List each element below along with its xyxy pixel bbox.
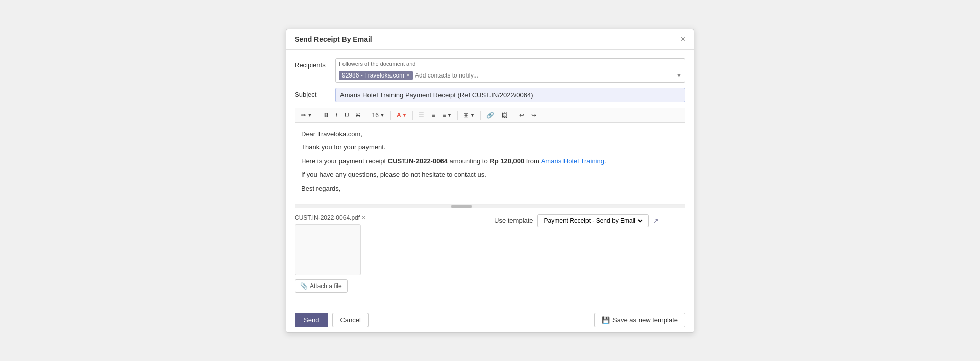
- recipients-control: Followers of the document and 92986 - Tr…: [335, 58, 685, 83]
- toolbar-fontsize-btn[interactable]: 16 ▼: [369, 110, 388, 120]
- toolbar-divider-7: [513, 111, 513, 120]
- paperclip-icon: 📎: [300, 282, 308, 290]
- email-editor: ✏ ▼ B I U S 16 ▼ A ▼ ☰ ≡ ≡ ▼ ⊞ ▼ 🔗 🖼: [295, 108, 685, 208]
- template-external-button[interactable]: ↗: [653, 217, 659, 225]
- recipient-tag-label: 92986 - Traveloka.com: [342, 72, 404, 79]
- save-icon: 💾: [602, 316, 610, 324]
- use-template-row: Use template Payment Receipt - Send by E…: [494, 214, 685, 227]
- toolbar-list-unordered-btn[interactable]: ☰: [415, 110, 427, 120]
- recipient-tag: 92986 - Traveloka.com ×: [339, 71, 413, 80]
- dialog-title: Send Receipt By Email: [295, 35, 372, 43]
- editor-content[interactable]: Dear Traveloka.com, Thank you for your p…: [295, 123, 685, 204]
- close-button[interactable]: ×: [681, 35, 685, 43]
- attachment-filename: CUST.IN-2022-0064.pdf: [295, 214, 360, 221]
- email-line-5: Best regards,: [301, 184, 679, 194]
- dialog-body: Recipients Followers of the document and…: [286, 50, 694, 307]
- dialog-footer: Send Cancel 💾 Save as new template: [286, 307, 694, 332]
- attach-file-button[interactable]: 📎 Attach a file: [295, 279, 348, 293]
- footer-left: Send Cancel: [295, 313, 369, 327]
- cancel-button[interactable]: Cancel: [332, 313, 368, 327]
- toolbar-link-btn[interactable]: 🔗: [483, 110, 497, 120]
- recipients-container[interactable]: Followers of the document and 92986 - Tr…: [335, 58, 685, 83]
- email-line-4: If you have any questions, please do not…: [301, 170, 679, 181]
- attachment-preview: [295, 224, 361, 275]
- attachments-section: CUST.IN-2022-0064.pdf × 📎 Attach a file: [295, 214, 486, 293]
- editor-toolbar: ✏ ▼ B I U S 16 ▼ A ▼ ☰ ≡ ≡ ▼ ⊞ ▼ 🔗 🖼: [295, 108, 685, 123]
- email-line-1: Dear Traveloka.com,: [301, 129, 679, 140]
- toolbar-redo-btn[interactable]: ↪: [528, 110, 540, 120]
- recipients-label: Recipients: [295, 58, 335, 69]
- recipients-row: Recipients Followers of the document and…: [295, 58, 685, 83]
- subject-label: Subject: [295, 88, 335, 98]
- send-email-dialog: Send Receipt By Email × Recipients Follo…: [286, 29, 694, 333]
- subject-row: Subject: [295, 88, 685, 102]
- toolbar-strike-btn[interactable]: S: [353, 110, 363, 120]
- toolbar-list-ordered-btn[interactable]: ≡: [428, 110, 438, 120]
- toolbar-divider-5: [457, 111, 458, 120]
- subject-control: [335, 88, 685, 102]
- recipients-helper: Followers of the document and: [339, 61, 682, 67]
- toolbar-divider-4: [412, 111, 413, 120]
- template-select-container[interactable]: Payment Receipt - Send by Email: [537, 214, 649, 227]
- subject-input[interactable]: [335, 88, 685, 102]
- use-template-label: Use template: [494, 217, 533, 224]
- editor-scrollbar[interactable]: [295, 204, 685, 208]
- external-link-icon: ↗: [653, 217, 659, 225]
- toolbar-align-btn[interactable]: ≡ ▼: [439, 110, 455, 120]
- toolbar-divider-2: [366, 111, 366, 120]
- toolbar-italic-btn[interactable]: I: [333, 110, 340, 120]
- save-template-button[interactable]: 💾 Save as new template: [594, 313, 685, 327]
- toolbar-fontcolor-btn[interactable]: A ▼: [394, 110, 410, 120]
- send-button[interactable]: Send: [295, 313, 328, 327]
- toolbar-table-btn[interactable]: ⊞ ▼: [460, 110, 478, 120]
- attachment-remove-btn[interactable]: ×: [362, 214, 365, 221]
- attachment-item: CUST.IN-2022-0064.pdf ×: [295, 214, 486, 221]
- toolbar-bold-btn[interactable]: B: [321, 110, 332, 120]
- recipients-dropdown-arrow[interactable]: ▼: [676, 72, 682, 79]
- toolbar-undo-btn[interactable]: ↩: [516, 110, 527, 120]
- email-line-2: Thank you for your payment.: [301, 142, 679, 153]
- email-line-3: Here is your payment receipt CUST.IN-202…: [301, 156, 679, 167]
- template-select[interactable]: Payment Receipt - Send by Email: [542, 217, 644, 225]
- toolbar-divider-3: [390, 111, 391, 120]
- toolbar-image-btn[interactable]: 🖼: [498, 110, 510, 120]
- recipient-remove-btn[interactable]: ×: [406, 72, 410, 79]
- toolbar-divider-6: [480, 111, 481, 120]
- editor-scrollbar-thumb: [451, 205, 472, 208]
- bottom-section: CUST.IN-2022-0064.pdf × 📎 Attach a file …: [295, 214, 685, 293]
- template-section: Use template Payment Receipt - Send by E…: [494, 214, 685, 293]
- dialog-header: Send Receipt By Email ×: [286, 29, 694, 50]
- toolbar-underline-btn[interactable]: U: [341, 110, 352, 120]
- recipients-input[interactable]: [415, 72, 674, 79]
- toolbar-pencil-btn[interactable]: ✏ ▼: [298, 110, 315, 120]
- toolbar-divider-1: [318, 111, 318, 120]
